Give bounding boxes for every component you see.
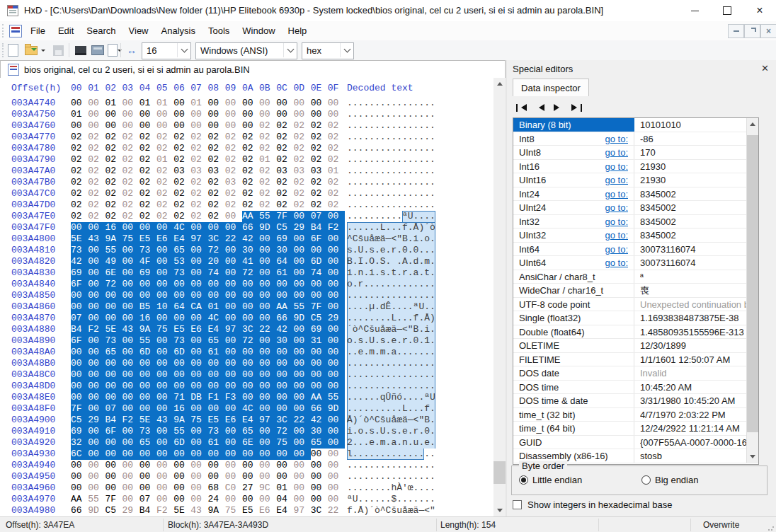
- hex-byte[interactable]: 00: [139, 290, 156, 301]
- hex-byte[interactable]: 02: [208, 177, 225, 188]
- hex-byte[interactable]: 00: [105, 392, 122, 403]
- decoded-selection[interactable]: i.n.i.s.t.r.a.t.: [347, 267, 435, 279]
- hex-byte[interactable]: 00: [242, 494, 259, 505]
- hex-byte[interactable]: 00: [190, 120, 207, 132]
- hex-byte[interactable]: 00: [139, 358, 156, 369]
- hex-byte[interactable]: 00: [139, 471, 156, 482]
- hex-byte[interactable]: F2: [156, 505, 173, 516]
- hex-byte[interactable]: 00: [242, 471, 259, 482]
- inspector-value[interactable]: 喪: [640, 284, 747, 297]
- hex-byte[interactable]: 00: [276, 392, 293, 403]
- hex-byte[interactable]: 00: [328, 426, 345, 437]
- hex-byte[interactable]: 53: [173, 256, 190, 267]
- scroll-down-button[interactable]: [747, 451, 758, 463]
- hex-byte[interactable]: 00: [156, 482, 173, 494]
- hex-byte[interactable]: 00: [71, 222, 88, 233]
- hex-bytes[interactable]: 02020202020102020202020102020202: [71, 154, 345, 166]
- hex-byte[interactable]: 02: [139, 143, 156, 154]
- hex-byte[interactable]: 00: [190, 256, 207, 267]
- hex-byte[interactable]: 00: [139, 369, 156, 381]
- inspector-name[interactable]: DOS date: [513, 366, 634, 380]
- hex-offset[interactable]: 003A4790: [11, 154, 55, 166]
- hex-bytes[interactable]: 00000000000000000000000000000000: [71, 358, 345, 369]
- hex-byte[interactable]: 00: [311, 98, 328, 109]
- hex-byte[interactable]: 75: [122, 233, 139, 245]
- hex-byte[interactable]: 02: [139, 200, 156, 211]
- hex-byte[interactable]: 00: [173, 381, 190, 392]
- hex-byte[interactable]: 00: [156, 403, 173, 415]
- hex-byte[interactable]: 00: [88, 313, 105, 324]
- hex-byte[interactable]: 02: [311, 120, 328, 132]
- tab-data-inspector[interactable]: Data inspector: [513, 79, 589, 96]
- inspector-name[interactable]: UInt24go to:: [513, 201, 634, 214]
- hex-byte[interactable]: 00: [242, 313, 259, 324]
- hex-row[interactable]: 003A47D002020202020202020202020202020202…: [0, 200, 493, 211]
- hex-byte[interactable]: 00: [259, 347, 276, 358]
- hex-byte[interactable]: 00: [225, 256, 242, 267]
- hex-byte[interactable]: 02: [71, 211, 88, 222]
- hex-byte[interactable]: 02: [276, 154, 293, 166]
- hex-byte[interactable]: 00: [276, 347, 293, 358]
- hex-row[interactable]: 003A4980669DC529B4F25E439A75E5E6E4973C22…: [0, 505, 493, 516]
- hex-byte[interactable]: 07: [105, 403, 122, 415]
- hex-byte[interactable]: AA: [311, 392, 328, 403]
- hex-byte[interactable]: 30: [242, 245, 259, 256]
- hex-row[interactable]: 003A48D000000000000000000000000000000000…: [0, 381, 493, 392]
- hex-byte[interactable]: 00: [156, 471, 173, 482]
- hex-byte[interactable]: 00: [242, 120, 259, 132]
- hex-decoded[interactable]: ....µ.dÊ....ªU..: [347, 301, 435, 313]
- hex-byte[interactable]: 00: [259, 279, 276, 290]
- hex-byte[interactable]: 04: [276, 494, 293, 505]
- hex-offset[interactable]: 003A4850: [11, 290, 55, 301]
- hex-byte[interactable]: 03: [225, 177, 242, 188]
- hex-byte[interactable]: 00: [105, 313, 122, 324]
- hex-byte[interactable]: 00: [208, 222, 225, 233]
- inspector-value[interactable]: stosb: [640, 449, 747, 463]
- hex-byte[interactable]: 02: [225, 200, 242, 211]
- menu-item-window[interactable]: Window: [236, 21, 281, 40]
- hex-byte[interactable]: 00: [225, 313, 242, 324]
- hex-bytes[interactable]: 73005500730065007200300030000000: [71, 245, 345, 256]
- hex-byte[interactable]: 5E: [139, 415, 156, 426]
- hex-byte[interactable]: 00: [328, 256, 345, 267]
- hex-byte[interactable]: 69: [71, 426, 88, 437]
- hex-byte[interactable]: 55: [328, 392, 345, 403]
- hex-row[interactable]: 003A4970AA557F00070000002400000004000000…: [0, 494, 493, 505]
- hex-offset[interactable]: 003A4920: [11, 437, 55, 449]
- decoded-selection[interactable]: ..e.m.m.a.......: [347, 347, 435, 358]
- hex-byte[interactable]: 02: [190, 132, 207, 143]
- hex-byte[interactable]: 00: [190, 449, 207, 460]
- hex-byte[interactable]: 02: [311, 177, 328, 188]
- resize-grip[interactable]: [768, 524, 775, 531]
- hex-byte[interactable]: 02: [88, 132, 105, 143]
- inspector-scrollbar[interactable]: [746, 118, 758, 463]
- inspector-name[interactable]: UInt64go to:: [513, 256, 634, 270]
- hex-byte[interactable]: 02: [139, 132, 156, 143]
- hex-byte[interactable]: 00: [293, 267, 310, 279]
- hex-byte[interactable]: 02: [71, 143, 88, 154]
- decoded-selection[interactable]: s.U.s.e.r.0.0...: [347, 245, 435, 256]
- hex-byte[interactable]: 00: [328, 279, 345, 290]
- hex-byte[interactable]: 7F: [71, 403, 88, 415]
- hex-byte[interactable]: 4F: [139, 256, 156, 267]
- hex-byte[interactable]: 00: [88, 460, 105, 471]
- hex-decoded[interactable]: ................: [347, 120, 435, 132]
- hex-byte[interactable]: 01: [276, 482, 293, 494]
- hex-byte[interactable]: 02: [122, 154, 139, 166]
- hex-byte[interactable]: 00: [122, 245, 139, 256]
- hex-byte[interactable]: 02: [88, 211, 105, 222]
- hex-byte[interactable]: 4C: [173, 222, 190, 233]
- inspector-name[interactable]: Int32go to:: [513, 215, 634, 229]
- hex-decoded[interactable]: ................: [347, 109, 435, 120]
- radio-icon[interactable]: [641, 475, 651, 485]
- hex-byte[interactable]: 00: [173, 471, 190, 482]
- hex-row[interactable]: 003A494000000000000000000000000000000000…: [0, 460, 493, 471]
- hex-byte[interactable]: 72: [242, 335, 259, 347]
- hex-byte[interactable]: 01: [105, 98, 122, 109]
- hex-offset[interactable]: 003A48A0: [11, 347, 55, 358]
- hex-offset[interactable]: 003A47C0: [11, 188, 55, 200]
- hex-byte[interactable]: 00: [190, 358, 207, 369]
- hex-byte[interactable]: 00: [122, 256, 139, 267]
- hex-row[interactable]: 003A476000000000000000000000000202020202…: [0, 120, 493, 132]
- hex-byte[interactable]: 00: [190, 437, 207, 449]
